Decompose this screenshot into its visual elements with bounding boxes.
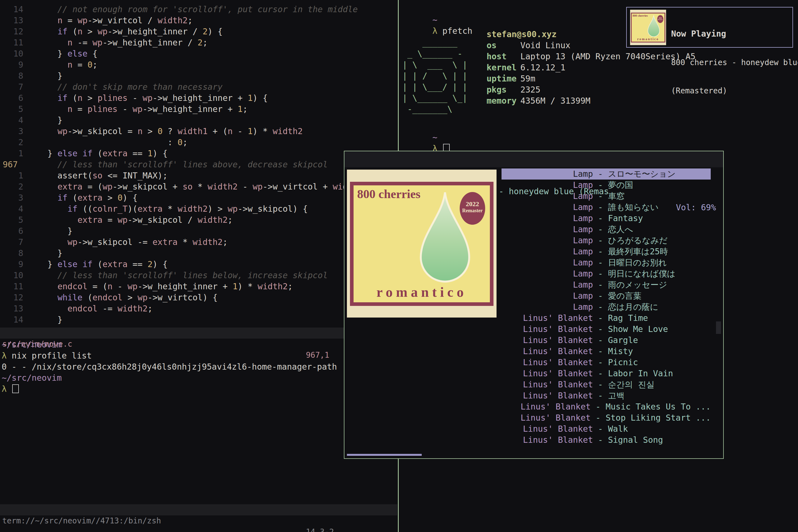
playlist-scrollbar[interactable] [716,321,721,334]
pfetch-host: hostLaptop 13 (AMD Ryzen 7040Series) A5 [487,51,696,62]
playlist-row[interactable]: Linus' Blanket - 고백 [501,390,711,401]
track-artist: Lamp [501,235,593,246]
playlist-row[interactable]: Lamp - 愛の言葉 [501,290,711,302]
code-line[interactable]: 1 assert(so <= INT_MAX); [0,170,397,181]
playlist-row[interactable]: Linus' Blanket - 순간의 진실 [501,379,711,390]
cover-frame: 800 cherries 2022 Remaster romantico [350,182,493,306]
code-line[interactable]: 967 // less than 'scrolloff' lines above… [0,159,397,170]
code-line[interactable]: 6 if (n > plines - wp->w_height_inner + … [0,93,397,103]
playlist-row[interactable]: Linus' Blanket - Stop Liking Start ... [501,412,711,423]
playlist-row[interactable]: Linus' Blanket - Signal Song [501,435,711,445]
playback-progress-bar[interactable] [347,454,422,456]
playlist-row[interactable]: Lamp - 日曜日のお別れ [501,257,711,268]
code-lines[interactable]: 14 // not enough room for 'scrolloff', p… [0,4,397,325]
notification-album-thumbnail: 800 cherries 2022 Remaster romantico [630,10,666,45]
track-title: Picnic [608,357,638,368]
gutter-line-number: 6 [0,226,23,236]
playlist-row[interactable]: Linus' Blanket - Rag Time [501,312,711,324]
code-line[interactable]: 1 } else if (extra == 1) { [0,148,397,159]
cover-album-text: romantico [354,284,490,300]
code-line[interactable]: 14 } [0,314,397,325]
code-line[interactable]: 3 if (extra > 0) { [0,192,397,203]
code-line[interactable]: 7 // don't skip more than necessary [0,81,397,93]
playlist-row[interactable]: Lamp - 明日になれば僕は [501,268,711,279]
gutter-line-number: 5 [0,214,23,226]
code-line[interactable]: 11 endcol = (n - wp->w_height_inner + 1)… [0,281,397,292]
code-line[interactable]: 5 extra = wp->w_skipcol / width2; [0,214,397,226]
code-line[interactable]: 9 } else if (extra == 2) { [0,259,397,270]
playlist-row[interactable]: Lamp - Fantasy [501,213,711,224]
track-title: 誰も知らない [608,202,659,213]
playlist-row[interactable]: Lamp - 誰も知らない [501,202,711,213]
playlist-row[interactable]: Linus' Blanket - Show Me Love [501,324,711,335]
code-line[interactable]: 2 extra = (wp->w_skipcol + so * width2 -… [0,181,397,192]
teardrop-icon [412,190,478,292]
statusline-terminal: term://~/src/neovim//4713:/bin/zsh 14,3-… [0,504,397,515]
prompt-lambda: λ [432,26,437,36]
gutter-line-number: 7 [0,81,23,93]
playlist-row[interactable]: Lamp - 雨のメッセージ [501,279,711,290]
playlist-row[interactable]: Lamp - 車窓 [501,191,711,202]
playlist-row[interactable]: Linus' Blanket - Gargle [501,335,711,346]
code-line[interactable]: 8 } [0,70,397,81]
terminal-cursor [12,384,19,393]
gutter-line-number: 14 [0,314,23,325]
track-artist: Lamp [501,302,593,312]
album-art: 800 cherries 2022 Remaster romantico [347,170,496,318]
track-title: 明日になれば僕は [608,268,676,279]
shell-line-prompt-cursor[interactable]: λ [2,383,337,395]
code-line[interactable]: 5 n = plines - wp->w_height_inner + 1; [0,103,397,115]
track-title: Misty [608,346,633,357]
track-artist: Linus' Blanket [501,324,593,335]
track-artist: Lamp [501,290,593,302]
gutter-line-number: 2 [0,181,23,192]
code-line[interactable]: 11 n -= wp->w_height_inner / 2; [0,37,397,48]
album-cover-image: 800 cherries 2022 Remaster romantico [347,170,496,318]
track-title: 愛の言葉 [608,290,642,302]
track-title: 순간의 진실 [608,379,654,390]
gutter-line-number: 9 [0,59,23,70]
code-line[interactable]: 14 // not enough room for 'scrolloff', p… [0,4,397,15]
code-line[interactable]: 4 } [0,115,397,126]
gutter-line-number: 2 [0,137,23,148]
track-title: 고백 [608,390,625,401]
code-line[interactable]: 10 // less than 'scrolloff' lines below,… [0,270,397,281]
code-line[interactable]: 12 while (endcol > wp->w_virtcol) { [0,292,397,303]
playlist-row-selected[interactable]: Lamp - スロ〜モ〜ション [501,169,711,179]
track-artist: Linus' Blanket [501,346,593,357]
terminal-buffer-name: term://~/src/neovim//4713:/bin/zsh [2,515,161,527]
code-line[interactable]: 12 if (n > wp->w_height_inner / 2) { [0,26,397,37]
code-line[interactable]: 2 : 0; [0,137,397,148]
playlist-row[interactable]: Lamp - 恋人へ [501,224,711,235]
playlist-row[interactable]: Lamp - ひろがるなみだ [501,235,711,246]
track-artist: Linus' Blanket [501,401,591,412]
code-line[interactable]: 10 } else { [0,48,397,59]
playlist-row[interactable]: Lamp - 恋は月の蔭に [501,302,711,312]
playlist-row[interactable]: Lamp - 最終列車は25時 [501,246,711,257]
playlist-row[interactable]: Linus' Blanket - Misty [501,346,711,357]
code-line[interactable]: 13 endcol -= width2; [0,303,397,314]
gutter-line-number: 10 [0,270,23,281]
track-artist: Linus' Blanket [501,335,593,346]
playlist-row[interactable]: Linus' Blanket - Labor In Vain [501,368,711,379]
track-artist: Linus' Blanket [501,423,593,435]
playlist-row[interactable]: Linus' Blanket - Music Takes Us To ... [501,401,711,412]
code-line[interactable]: 13 n = wp->w_virtcol / width2; [0,15,397,26]
code-line[interactable]: 8 } [0,248,397,259]
code-line[interactable]: 6 } [0,226,397,236]
track-artist: Lamp [501,268,593,279]
track-artist: Lamp [501,224,593,235]
code-line[interactable]: 7 wp->w_skipcol -= extra * width2; [0,236,397,248]
code-line[interactable]: 9 n = 0; [0,59,397,70]
track-artist: Linus' Blanket [501,368,593,379]
code-line[interactable]: 3 wp->w_skipcol = n > 0 ? width1 + (n - … [0,126,397,137]
gutter-line-number: 8 [0,70,23,81]
left-shell-lines[interactable]: ~/src/neovimλ nix profile list0 - - /nix… [2,339,337,395]
track-title: 恋は月の蔭に [608,302,658,312]
playlist-row[interactable]: Linus' Blanket - Picnic [501,357,711,368]
now-playing-notification[interactable]: 800 cherries 2022 Remaster romantico Now… [626,7,793,48]
playlist-row[interactable]: Lamp - 夢の国 [501,179,711,191]
editor-pane[interactable]: 14 // not enough room for 'scrolloff', p… [0,0,397,532]
playlist-row[interactable]: Linus' Blanket - Walk [501,423,711,435]
code-line[interactable]: 4 if ((colnr_T)(extra * width2) > wp->w_… [0,203,397,214]
